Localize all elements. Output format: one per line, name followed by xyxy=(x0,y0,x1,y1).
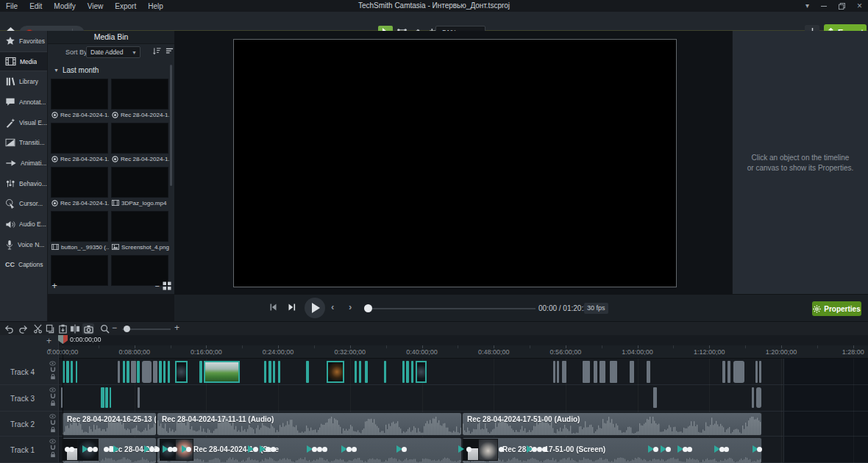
media-group-header[interactable]: ▼ Last month xyxy=(54,66,99,74)
edit-point-icon[interactable] xyxy=(88,447,93,452)
menu-view[interactable]: View xyxy=(88,2,104,10)
edit-point-icon[interactable] xyxy=(266,447,271,452)
timeline-clip[interactable] xyxy=(306,361,309,383)
timeline-clip-thumbnail[interactable] xyxy=(327,361,344,383)
sidebar-item-favorites[interactable]: Favorites xyxy=(0,31,47,51)
timeline-clip[interactable] xyxy=(159,361,162,383)
seek-bar[interactable] xyxy=(368,308,536,309)
edit-point-icon[interactable] xyxy=(346,447,352,452)
edit-point-icon[interactable] xyxy=(317,447,322,452)
magnet-icon[interactable] xyxy=(50,445,56,451)
timeline-ruler[interactable]: 0:00:00;000:08:00;000:16:00;000:24:00;00… xyxy=(59,345,868,359)
timeline-clip[interactable] xyxy=(278,361,280,383)
minimize-icon[interactable] xyxy=(821,6,827,7)
edit-point-icon[interactable] xyxy=(149,447,154,452)
timeline-clip[interactable] xyxy=(752,387,754,408)
edit-point-icon[interactable] xyxy=(724,447,729,452)
timeline-clip[interactable] xyxy=(71,361,73,383)
eye-icon[interactable] xyxy=(49,361,56,366)
menu-edit[interactable]: Edit xyxy=(29,2,42,10)
sidebar-item-audioe[interactable]: Audio E... xyxy=(0,214,47,234)
sidebar-item-annotat[interactable]: Annotat... xyxy=(0,92,47,112)
restore-icon[interactable] xyxy=(839,3,845,10)
timeline-clip[interactable] xyxy=(755,361,758,383)
timeline-clip[interactable] xyxy=(137,361,140,383)
timeline-clip[interactable] xyxy=(142,361,152,383)
timeline-clip[interactable] xyxy=(110,387,111,408)
timeline-clip[interactable] xyxy=(359,361,361,383)
split-icon[interactable] xyxy=(69,323,81,334)
audio-clip[interactable]: Rec 28-04-2024-16-25-13 (Au xyxy=(63,413,156,435)
timeline-clip[interactable] xyxy=(728,361,730,383)
animation-arrow-icon[interactable] xyxy=(113,445,119,453)
timeline-clip[interactable] xyxy=(600,361,605,383)
thumbnail-grid-icon[interactable] xyxy=(163,281,171,290)
edit-point-icon[interactable] xyxy=(104,447,109,452)
edit-point-icon[interactable] xyxy=(93,447,98,452)
animation-arrow-icon[interactable] xyxy=(260,445,266,453)
close-icon[interactable]: × xyxy=(857,2,862,10)
sidebar-item-captions[interactable]: CCCaptions xyxy=(0,255,47,276)
sidebar-item-library[interactable]: Library xyxy=(0,71,47,92)
menu-help[interactable]: Help xyxy=(148,2,163,10)
sort-order-icon[interactable] xyxy=(153,47,161,55)
playhead-handle[interactable] xyxy=(58,335,68,344)
view-mode-icon[interactable] xyxy=(166,47,174,55)
sidebar-item-voicen[interactable]: Voice N... xyxy=(0,234,47,255)
edit-point-icon[interactable] xyxy=(687,447,692,452)
timeline-clip[interactable] xyxy=(101,387,104,408)
sidebar-item-media[interactable]: Media xyxy=(0,51,47,72)
edit-point-icon[interactable] xyxy=(402,447,407,452)
step-forward-icon[interactable] xyxy=(287,302,297,312)
magnet-icon[interactable] xyxy=(50,393,56,399)
audio-clip[interactable]: Rec 28-04-2024-17-51-00 (Audio) xyxy=(463,413,761,435)
timeline-clip[interactable] xyxy=(557,361,559,383)
timeline-clip[interactable] xyxy=(583,361,590,383)
timeline-clip[interactable] xyxy=(66,361,69,383)
seek-handle[interactable] xyxy=(364,304,372,312)
magnet-icon[interactable] xyxy=(50,420,56,426)
sidebar-item-transiti[interactable]: Transiti... xyxy=(0,132,47,153)
edit-point-icon[interactable] xyxy=(532,447,537,452)
edit-point-icon[interactable] xyxy=(757,447,762,452)
timeline-zoom-handle[interactable] xyxy=(124,326,130,332)
timeline-clip[interactable] xyxy=(406,361,409,383)
timeline-clip-thumbnail[interactable] xyxy=(416,361,427,383)
timeline-clip[interactable] xyxy=(118,361,120,383)
edit-point-icon[interactable] xyxy=(352,447,357,452)
sidebar-item-animati[interactable]: Animati... xyxy=(0,153,47,173)
play-button[interactable] xyxy=(305,298,325,318)
copy-icon[interactable] xyxy=(44,323,56,334)
edit-point-icon[interactable] xyxy=(69,447,74,452)
timeline-clip[interactable] xyxy=(355,361,357,383)
edit-point-icon[interactable] xyxy=(154,447,160,452)
edit-point-icon[interactable] xyxy=(186,447,191,452)
lock-icon[interactable] xyxy=(50,426,56,433)
edit-point-icon[interactable] xyxy=(322,447,327,452)
timeline-clip-thumbnail[interactable] xyxy=(204,361,240,383)
zoom-in-button[interactable]: + xyxy=(174,323,179,333)
lock-icon[interactable] xyxy=(50,451,56,458)
track-lane[interactable] xyxy=(59,385,783,412)
timeline-zoom-icon[interactable] xyxy=(99,323,110,334)
timeline-clip[interactable] xyxy=(647,361,650,383)
timeline-clip[interactable] xyxy=(722,361,725,383)
timeline-clip[interactable] xyxy=(131,361,136,383)
timeline-clip[interactable] xyxy=(610,361,617,383)
edit-point-icon[interactable] xyxy=(537,447,542,452)
timeline-clip[interactable] xyxy=(127,361,129,383)
edit-point-icon[interactable] xyxy=(499,447,504,452)
menu-modify[interactable]: Modify xyxy=(54,2,75,10)
paste-icon[interactable] xyxy=(57,323,68,334)
properties-button[interactable]: Properties xyxy=(812,301,861,316)
timeline-clip-thumbnail[interactable] xyxy=(175,361,188,383)
edit-point-icon[interactable] xyxy=(666,447,671,452)
video-canvas[interactable] xyxy=(233,39,677,287)
timeline-clip[interactable] xyxy=(411,361,413,383)
audio-clip[interactable]: Rec 28-04-2024-17-11-11 (Audio) xyxy=(157,413,461,435)
timeline-clip[interactable] xyxy=(365,361,368,383)
previous-clip-button[interactable]: ‹ xyxy=(331,301,334,312)
media-bin-scrollbar[interactable] xyxy=(170,65,172,186)
sidebar-item-visuale[interactable]: Visual E... xyxy=(0,112,47,133)
lock-icon[interactable] xyxy=(50,400,56,406)
